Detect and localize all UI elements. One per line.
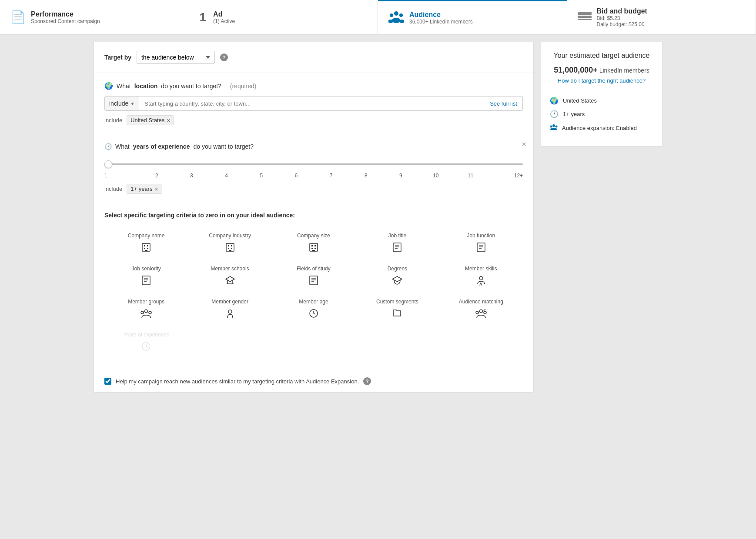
criteria-years-experience[interactable]: Years of experience [104, 326, 188, 359]
svg-rect-8 [578, 19, 592, 20]
criteria-job-title-label: Job title [388, 233, 406, 239]
criteria-section: Select specific targeting criteria to ze… [94, 201, 533, 370]
svg-point-53 [228, 310, 232, 313]
svg-point-65 [550, 126, 552, 128]
criteria-job-title[interactable]: Job title [355, 227, 439, 260]
svg-rect-13 [147, 248, 148, 249]
svg-rect-18 [228, 248, 229, 249]
nav-ad-step: 1 [200, 10, 207, 24]
nav-ad-subtitle: (1) Active [213, 18, 235, 24]
criteria-company-size-label: Company size [297, 233, 330, 239]
target-by-label: Target by [104, 54, 131, 61]
expansion-help-icon[interactable]: ? [363, 377, 371, 385]
top-navigation: 📄 Performance Sponsored Content campaign… [0, 0, 756, 35]
nav-item-bid[interactable]: Bid and budget Bid: $5.23 Daily budget: … [567, 0, 756, 34]
criteria-custom-segments[interactable]: Custom segments [355, 293, 439, 326]
criteria-company-name[interactable]: Company name [104, 227, 188, 260]
criteria-fields-of-study[interactable]: Fields of study [272, 260, 355, 293]
include-dropdown[interactable]: include ▼ [105, 96, 139, 110]
criteria-degrees-label: Degrees [388, 266, 407, 272]
criteria-member-age[interactable]: Member age [272, 293, 355, 326]
audience-detail-experience: 🕐 1+ years [550, 110, 653, 118]
target-by-help-icon[interactable]: ? [220, 53, 228, 61]
nav-audience-title: Audience [409, 11, 473, 19]
experience-slider-wrapper [104, 156, 523, 170]
slider-label-8: 8 [348, 173, 383, 179]
criteria-member-skills[interactable]: Member skills A [439, 260, 523, 293]
experience-tag-remove[interactable]: × [154, 186, 158, 192]
slider-label-12: 12+ [488, 173, 523, 179]
estimated-audience-title: Your estimated target audience [550, 51, 653, 60]
slider-label-9: 9 [383, 173, 418, 179]
criteria-job-seniority[interactable]: Job seniority [104, 260, 188, 293]
job-seniority-icon [141, 275, 151, 288]
criteria-audience-matching[interactable]: Audience matching [439, 293, 523, 326]
fields-study-icon [309, 275, 318, 288]
audience-detail-expansion: Audience expansion: Enabled [550, 123, 653, 132]
slider-label-4: 4 [209, 173, 244, 179]
left-panel: Target by the audience below a saved aud… [94, 42, 534, 393]
criteria-member-gender[interactable]: Member gender [188, 293, 271, 326]
nav-item-performance[interactable]: 📄 Performance Sponsored Content campaign [0, 0, 189, 34]
svg-point-66 [555, 126, 558, 128]
panel-divider [550, 91, 653, 91]
criteria-member-schools[interactable]: Member schools [188, 260, 271, 293]
criteria-job-function[interactable]: Job function [439, 227, 523, 260]
svg-point-2 [399, 13, 403, 17]
criteria-job-function-label: Job function [467, 233, 495, 239]
member-age-icon [308, 308, 319, 321]
experience-tag-row: include 1+ years × [104, 184, 523, 194]
expansion-checkbox[interactable] [104, 378, 111, 385]
experience-title: 🕐 What years of experience do you want t… [104, 143, 523, 150]
criteria-grid: Company name Company industry Company si… [104, 227, 523, 359]
svg-marker-39 [226, 276, 234, 282]
svg-rect-22 [311, 245, 313, 246]
criteria-company-size[interactable]: Company size [272, 227, 355, 260]
clock-icon: 🕐 [104, 143, 112, 150]
svg-rect-12 [144, 248, 145, 249]
right-panel: Your estimated target audience 51,000,00… [541, 42, 662, 146]
svg-point-51 [141, 311, 144, 314]
slider-labels: 1 2 3 4 5 6 7 8 9 10 11 12+ [104, 173, 523, 179]
criteria-member-groups-label: Member groups [128, 299, 164, 305]
location-include-label: include [104, 117, 122, 123]
nav-item-audience[interactable]: Audience 36,000+ LinkedIn members [378, 0, 567, 34]
criteria-degrees[interactable]: Degrees [355, 260, 439, 293]
member-gender-icon [225, 308, 235, 321]
criteria-company-industry[interactable]: Company industry [188, 227, 271, 260]
svg-point-0 [394, 11, 398, 16]
expansion-label: Help my campaign reach new audiences sim… [116, 378, 359, 385]
target-by-select[interactable]: the audience below a saved audience [137, 51, 215, 64]
svg-rect-26 [312, 250, 315, 251]
experience-slider-min[interactable] [104, 163, 523, 165]
include-dropdown-arrow: ▼ [130, 101, 134, 106]
experience-close-button[interactable]: × [522, 140, 526, 148]
svg-rect-27 [393, 243, 401, 252]
nav-bid-subtitle2: Daily budget: $25.00 [597, 21, 647, 27]
criteria-title: Select specific targeting criteria to ze… [104, 212, 523, 219]
slider-label-7: 7 [314, 173, 348, 179]
criteria-company-industry-label: Company industry [209, 233, 251, 239]
performance-icon: 📄 [10, 10, 26, 24]
svg-point-52 [149, 311, 151, 314]
globe-icon: 🌍 [104, 82, 113, 90]
expansion-detail-text: Audience expansion: Enabled [562, 125, 637, 131]
slider-label-1: 1 [104, 173, 139, 179]
see-full-list-link[interactable]: See full list [485, 97, 522, 110]
audience-icon [388, 10, 404, 26]
job-function-icon [476, 242, 486, 255]
location-tag-remove[interactable]: × [167, 117, 170, 123]
company-name-icon [141, 242, 151, 255]
audience-detail-location: 🌍 United States [550, 96, 653, 105]
nav-item-ad[interactable]: 1 Ad (1) Active [189, 0, 378, 34]
estimated-count: 51,000,000+ [554, 66, 598, 74]
how-to-link[interactable]: How do I target the right audience? [550, 77, 653, 84]
location-input-row: include ▼ See full list [104, 96, 523, 111]
experience-include-label: include [104, 186, 122, 192]
svg-rect-31 [477, 243, 485, 252]
location-search-input[interactable] [139, 97, 485, 110]
location-tag-us: United States × [127, 115, 174, 125]
nav-audience-subtitle: 36,000+ LinkedIn members [409, 19, 473, 25]
job-title-icon [392, 242, 402, 255]
criteria-member-groups[interactable]: Member groups [104, 293, 188, 326]
